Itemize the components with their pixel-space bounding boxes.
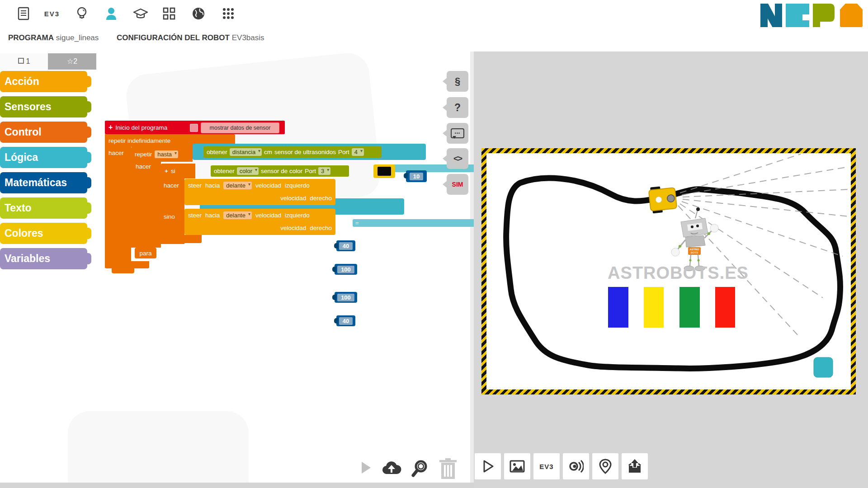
block-number-40[interactable]: 40: [336, 240, 355, 251]
menu-document-icon[interactable]: [14, 4, 33, 23]
speed-label: velocidad: [280, 195, 306, 202]
block-number-100[interactable]: 100: [335, 264, 357, 275]
workspace-vertical-scrollbar[interactable]: [470, 52, 474, 483]
category-logica[interactable]: Lógica: [0, 147, 87, 168]
trash-icon[interactable]: [438, 457, 458, 482]
plus-icon[interactable]: +: [165, 168, 168, 174]
color-mode-value: color: [240, 168, 252, 174]
apps-dots-icon[interactable]: [218, 4, 238, 23]
palette-tab-favorites[interactable]: ☆2: [48, 53, 96, 70]
category-matematicas[interactable]: Matemáticas: [0, 172, 87, 193]
block-number-10[interactable]: 10: [406, 170, 427, 182]
steer1-left-speed[interactable]: 40: [339, 242, 353, 250]
sensor-data-chip[interactable]: mostrar datos de sensor: [201, 122, 279, 133]
block-color-constant[interactable]: [373, 164, 395, 178]
sensor-data-chip-label: mostrar datos de sensor: [210, 125, 271, 131]
sim-sound-button[interactable]: [563, 453, 589, 479]
sim-background-button[interactable]: [504, 453, 530, 479]
top-toolbar: EV3: [0, 0, 868, 27]
ultrasonic-mode-dropdown[interactable]: distancia: [230, 148, 262, 156]
star-icon: ☆: [67, 57, 73, 65]
steer2-left-speed[interactable]: 100: [337, 294, 354, 301]
category-accion[interactable]: Acción: [0, 71, 87, 92]
cloud-upload-icon[interactable]: [381, 459, 402, 479]
sim-button[interactable]: SIM: [447, 174, 468, 195]
block-repeat-until[interactable]: repetir hasta: [131, 147, 193, 162]
plus-icon[interactable]: +: [108, 123, 113, 131]
left-label: izquierdo: [285, 182, 310, 189]
category-sensores[interactable]: Sensores: [0, 96, 87, 117]
tab-config-label: CONFIGURACIÓN DEL ROBOT: [117, 33, 230, 42]
tab-program[interactable]: PROGRAMA sigue_lineas: [8, 33, 99, 42]
lightbulb-icon[interactable]: [72, 4, 92, 23]
block-loop-forever-spine[interactable]: [105, 147, 131, 261]
steer-direction-dropdown[interactable]: delante: [223, 211, 252, 219]
simulation-canvas[interactable]: ASTRO BOTS ASTROBOTS.ES: [486, 153, 851, 389]
robot-ev3-menu[interactable]: EV3: [42, 4, 62, 23]
block-start-label: Inicio del programa: [115, 124, 167, 131]
color-bar-red: [715, 287, 735, 328]
block-number-40[interactable]: 40: [336, 315, 355, 326]
block-loop-break[interactable]: para: [135, 248, 156, 258]
comment-button[interactable]: •••: [447, 123, 468, 144]
user-icon[interactable]: [101, 4, 121, 23]
block-steer-1[interactable]: steer hacia delante velocidad izquierdo …: [184, 179, 335, 205]
gallery-grid-icon[interactable]: [159, 4, 179, 23]
workspace-square-icon: [18, 58, 24, 64]
graduation-cap-icon[interactable]: [131, 4, 151, 23]
block-loop-forever-foot-tab: [112, 268, 134, 273]
color-mode-dropdown[interactable]: color: [237, 167, 259, 175]
sim-pose-button[interactable]: [592, 453, 618, 479]
number-10-value[interactable]: 10: [410, 173, 423, 180]
color-port-value: 3: [321, 168, 324, 174]
speed-label: velocidad: [255, 212, 281, 219]
steer-direction-dropdown[interactable]: delante: [223, 182, 252, 189]
steer2-right-speed[interactable]: 40: [339, 317, 353, 325]
block-steer-2[interactable]: steer hacia delante velocidad izquierdo …: [184, 209, 335, 235]
block-get-ultrasonic[interactable]: obtener distancia cm sensor de ultrasoni…: [203, 146, 382, 158]
color-port-dropdown[interactable]: 3: [318, 167, 330, 175]
sensor-data-checkbox[interactable]: [190, 124, 198, 132]
block-loop-forever-footer[interactable]: [105, 261, 149, 268]
color-bar-yellow: [644, 287, 664, 328]
legal-button[interactable]: §: [447, 71, 468, 92]
tab-robot-config[interactable]: CONFIGURACIÓN DEL ROBOT EV3basis: [117, 33, 264, 42]
globe-language-icon[interactable]: [189, 4, 208, 23]
steer-label: steer: [188, 212, 202, 219]
color-bar-blue: [608, 287, 628, 328]
steer-dir-label: hacia: [205, 182, 220, 189]
block-number-100[interactable]: 100: [335, 292, 357, 303]
simulation-field[interactable]: ASTRO BOTS ASTROBOTS.ES: [481, 148, 856, 394]
category-colores[interactable]: Colores: [0, 223, 87, 244]
help-button[interactable]: ?: [447, 97, 468, 118]
color-swatch-black[interactable]: [377, 167, 391, 176]
category-variables[interactable]: Variables: [0, 248, 87, 269]
category-control[interactable]: Control: [0, 122, 87, 143]
repeat-mode-dropdown[interactable]: hasta: [155, 150, 178, 158]
block-repeat-until-spine[interactable]: [131, 162, 161, 248]
if-else-label: sino: [164, 213, 175, 220]
block-get-color[interactable]: obtener color sensor de color Port 3: [211, 165, 349, 177]
zoom-reset-icon[interactable]: [410, 459, 429, 480]
steer-direction-value: delante: [226, 212, 245, 219]
block-if-else[interactable]: +si: [161, 164, 195, 178]
steer1-right-speed[interactable]: 100: [337, 266, 354, 273]
steer-direction-value: delante: [226, 182, 245, 189]
tab-program-name: sigue_lineas: [56, 33, 99, 42]
color-bar-green: [679, 287, 700, 328]
run-program-icon[interactable]: [362, 462, 371, 474]
category-label: Lógica: [5, 151, 38, 163]
category-texto[interactable]: Texto: [0, 197, 87, 219]
mascot-badge-bottom: BOTS: [691, 251, 698, 254]
ultrasonic-port-dropdown[interactable]: 4: [352, 148, 364, 156]
port-label: Port: [338, 149, 349, 155]
palette-tab-workspace[interactable]: 1: [0, 53, 48, 70]
code-view-button[interactable]: <>: [447, 148, 468, 169]
mascot-badge-top: ASTRO: [690, 248, 699, 251]
sim-ev3-robot: [648, 185, 677, 214]
sim-play-button[interactable]: [475, 453, 501, 479]
sim-export-button[interactable]: [622, 453, 648, 479]
get-label: obtener: [214, 168, 235, 174]
workspace-horizontal-scrollbar[interactable]: [0, 483, 474, 488]
sim-robot-select-button[interactable]: EV3: [533, 453, 560, 479]
